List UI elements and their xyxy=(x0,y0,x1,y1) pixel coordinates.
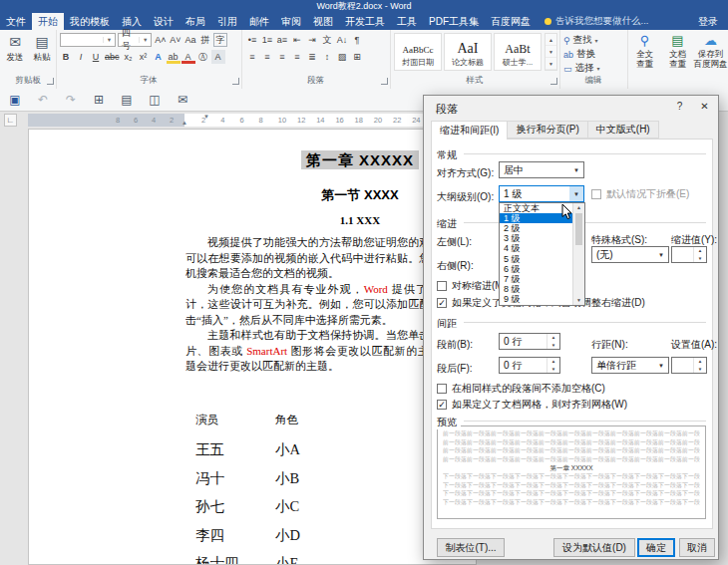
text-effects-icon[interactable]: A xyxy=(152,50,166,64)
highlight-icon[interactable]: ab xyxy=(167,50,181,64)
outline-level-option[interactable]: 8 级 xyxy=(500,285,572,295)
space-after-spinner[interactable]: 0 行 ▲▼ xyxy=(499,357,560,374)
indent-by-spinner[interactable]: ▲▼ xyxy=(671,246,707,263)
tab-设计[interactable]: 设计 xyxy=(148,13,180,30)
font-name-combobox[interactable]: ▼ xyxy=(60,33,116,47)
spin-up-icon[interactable]: ▲ xyxy=(547,334,559,342)
special-format-combobox[interactable]: (无) ▼ xyxy=(591,246,669,263)
print-preview-icon[interactable]: ◫ xyxy=(147,93,163,107)
hanging-indent-marker[interactable]: ▲ xyxy=(182,120,187,126)
align-right-icon[interactable]: ≡ xyxy=(275,50,289,64)
styles-gallery-scrollbar[interactable]: ▲ ▼ ▼ xyxy=(545,33,557,71)
spin-down-icon[interactable]: ▼ xyxy=(694,366,706,374)
doc-check-button[interactable]: ▤文档查重 xyxy=(662,33,693,69)
dropdown-scrollbar[interactable]: ▲ ▼ xyxy=(572,203,584,305)
borders-icon[interactable]: ⊞ xyxy=(350,50,364,64)
spin-down-icon[interactable]: ▼ xyxy=(547,366,559,374)
paragraph-dialog-launcher-icon[interactable] xyxy=(381,78,388,85)
outline-level-option[interactable]: 6 级 xyxy=(500,264,572,274)
style-gallery-item[interactable]: AaI论文标题 xyxy=(444,33,492,71)
alignment-combobox[interactable]: 居中 ▼ xyxy=(499,161,584,178)
select-button[interactable]: ▭选择▾ xyxy=(563,62,600,75)
tab-文件[interactable]: 文件 xyxy=(0,13,32,30)
tab-引用[interactable]: 引用 xyxy=(211,13,243,30)
outline-level-option[interactable]: 2 级 xyxy=(500,223,572,233)
dialog-close-button[interactable]: ✕ xyxy=(692,97,717,115)
document-page[interactable]: 第一章 XXXXX 第一节 XXXX 1.1 XXX 视频提供了功能强大的方法帮… xyxy=(28,129,477,565)
email-icon[interactable]: ✉ xyxy=(175,93,190,107)
tab-我的模板[interactable]: 我的模板 xyxy=(64,13,116,30)
shading-icon[interactable]: ▨ xyxy=(335,50,349,64)
change-case-icon[interactable]: Aa xyxy=(183,33,197,47)
tab-邮件[interactable]: 邮件 xyxy=(243,13,275,30)
sign-in-button[interactable]: 登录 xyxy=(688,13,728,30)
collapsed-by-default-checkbox[interactable]: 默认情况下折叠(E) xyxy=(591,187,689,201)
font-color-icon[interactable]: A xyxy=(182,50,195,64)
strikethrough-icon[interactable]: abc xyxy=(104,50,121,64)
save-icon[interactable]: ▣ xyxy=(7,93,23,107)
gallery-more-icon[interactable]: ▼ xyxy=(546,58,556,70)
dialog-tab-1[interactable]: 缩进和间距(I) xyxy=(431,121,508,140)
font-size-combobox[interactable]: 四号 ▼ xyxy=(118,33,152,47)
cancel-button[interactable]: 取消 xyxy=(679,538,715,557)
line-spacing-icon[interactable]: ↕ xyxy=(320,50,334,64)
snap-to-grid-checkbox[interactable]: 如果定义了文档网格，则对齐到网格(W) xyxy=(437,398,627,412)
tabs-button[interactable]: 制表位(T)... xyxy=(437,538,505,557)
find-button[interactable]: ⚲查找▾ xyxy=(563,34,598,47)
subscript-icon[interactable]: x₂ xyxy=(122,50,136,64)
asian-layout-icon[interactable]: 文 xyxy=(320,33,334,47)
set-as-default-button[interactable]: 设为默认值(D) xyxy=(553,538,635,557)
outline-level-option[interactable]: 4 级 xyxy=(500,244,572,254)
distribute-icon[interactable]: ≣ xyxy=(305,50,319,64)
clipboard-dialog-launcher-icon[interactable] xyxy=(47,78,54,85)
ok-button[interactable]: 确定 xyxy=(637,538,675,557)
justify-icon[interactable]: ≡ xyxy=(290,50,304,64)
decrease-indent-icon[interactable]: ⇤ xyxy=(290,33,304,47)
paste-icon[interactable]: ▤ xyxy=(119,93,135,107)
outline-level-option[interactable]: 5 级 xyxy=(500,254,572,264)
character-shading-icon[interactable]: A xyxy=(211,50,225,64)
numbering-icon[interactable]: 1≡ xyxy=(260,33,274,47)
horizontal-ruler[interactable]: ▼ ▲ ▲ 8642246810121416182022242628 xyxy=(28,114,477,127)
scroll-down-icon[interactable]: ▼ xyxy=(546,46,556,58)
no-space-same-style-checkbox[interactable]: 在相同样式的段落间不添加空格(C) xyxy=(437,382,605,396)
save-to-baidu-button[interactable]: ☁保存到百度网盘 xyxy=(695,33,726,69)
spin-up-icon[interactable]: ▲ xyxy=(547,358,559,366)
tab-PDF工具集[interactable]: PDF工具集 xyxy=(423,13,485,30)
tab-开发工具[interactable]: 开发工具 xyxy=(339,13,391,30)
scroll-down-icon[interactable]: ▼ xyxy=(576,296,581,305)
tell-me-box[interactable]: 告诉我您想要做什么... xyxy=(537,13,656,30)
italic-icon[interactable]: I xyxy=(74,50,88,64)
increase-indent-icon[interactable]: ⇥ xyxy=(305,33,319,47)
tab-审阅[interactable]: 审阅 xyxy=(275,13,307,30)
shrink-font-icon[interactable]: A˅ xyxy=(169,33,182,47)
outline-level-option[interactable]: 9 级 xyxy=(500,295,572,305)
tab-视图[interactable]: 视图 xyxy=(307,13,339,30)
scrollbar-thumb[interactable] xyxy=(575,213,582,245)
send-button[interactable]: ✉发送 xyxy=(2,32,28,74)
scroll-up-icon[interactable]: ▲ xyxy=(576,203,581,212)
phonetic-guide-icon[interactable]: 拼 xyxy=(198,33,212,47)
tab-百度网盘[interactable]: 百度网盘 xyxy=(485,13,537,30)
fulltext-check-button[interactable]: ⚲全文查重 xyxy=(629,33,660,69)
undo-icon[interactable]: ↶ xyxy=(35,93,51,107)
underline-icon[interactable]: U xyxy=(89,50,103,64)
spin-down-icon[interactable]: ▼ xyxy=(547,342,559,350)
paragraph-marks-icon[interactable]: ¶ xyxy=(350,33,364,47)
mirror-indents-checkbox[interactable]: 对称缩进(M) xyxy=(437,279,507,293)
dialog-tab-3[interactable]: 中文版式(H) xyxy=(588,121,659,139)
tab-工具[interactable]: 工具 xyxy=(391,13,423,30)
character-border-icon[interactable]: 字 xyxy=(213,33,227,47)
align-left-icon[interactable]: ≡ xyxy=(245,50,259,64)
outline-level-option[interactable]: 3 级 xyxy=(500,234,572,244)
spin-up-icon[interactable]: ▲ xyxy=(694,358,706,366)
align-center-icon[interactable]: ≡ xyxy=(260,50,274,64)
dialog-help-button[interactable]: ? xyxy=(667,97,692,115)
tab-开始[interactable]: 开始 xyxy=(32,13,64,30)
sort-icon[interactable]: A↓ xyxy=(335,33,349,47)
style-gallery-item[interactable]: AaBbCc封面日期 xyxy=(394,33,442,71)
outline-level-combobox[interactable]: 1 级 ▼ xyxy=(499,185,584,202)
style-gallery-item[interactable]: AaBt硕士学... xyxy=(494,33,542,71)
superscript-icon[interactable]: x² xyxy=(137,50,151,64)
bullets-icon[interactable]: •≡ xyxy=(245,33,259,47)
